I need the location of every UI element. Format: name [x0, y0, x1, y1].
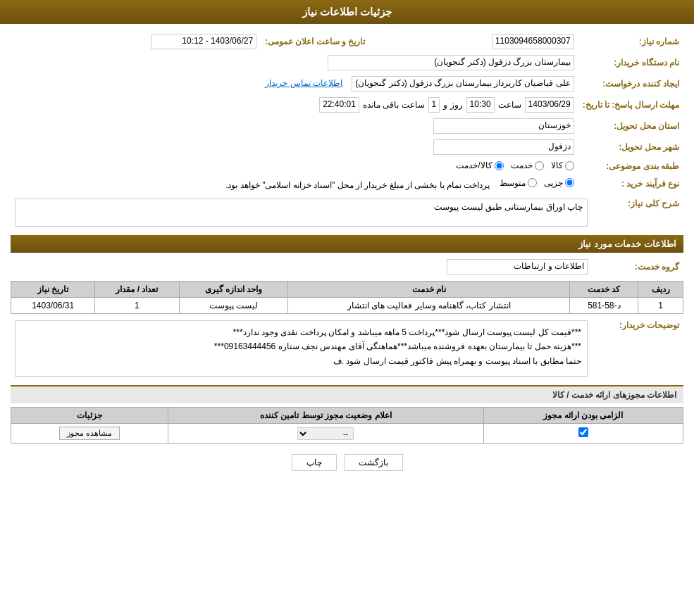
buyer-notes-content: ***قیمت کل لیست پیوست ارسال شود***پرداخت… [15, 320, 588, 377]
radio-kala[interactable] [565, 161, 574, 170]
radio-jozi[interactable] [565, 178, 574, 187]
buyer-notes-line3: حتما مطابق با اسناد پیوست و بهمراه پیش ف… [21, 354, 581, 368]
need-number-value: 1103094658000307 [492, 34, 574, 49]
send-date-label: مهلت ارسال پاسخ: تا تاریخ: [578, 94, 683, 115]
time-label-text: ساعت [498, 100, 521, 110]
cell-row-num: 1 [638, 298, 683, 314]
permits-table-row: -- مشاهده مجوز [11, 424, 683, 444]
page-title: جزئیات اطلاعات نیاز [302, 6, 392, 18]
col-quantity: تعداد / مقدار [95, 282, 179, 298]
permits-table: الزامی بودن ارائه مجوز اعلام وضعیت مجوز … [11, 407, 683, 444]
process-note: پرداخت تمام یا بخشی از مبلغ خریدار از مح… [225, 180, 490, 189]
buyer-label: نام دستگاه خریدار: [578, 52, 683, 73]
col-service-name: نام خدمت [288, 282, 570, 298]
process-radio-group: جزیی متوسط [500, 178, 574, 188]
permits-table-header-row: الزامی بودن ارائه مجوز اعلام وضعیت مجوز … [11, 408, 683, 424]
announce-value-cell: 1403/06/27 - 10:12 [11, 31, 261, 52]
description-table: شرح کلی نیاز: چاپ اوراق بیمارستانی طبق ل… [11, 196, 683, 230]
buyer-value: بیمارستان بزرگ دزفول (دکتر گنجویان) [328, 55, 574, 70]
print-button[interactable]: چاپ [292, 454, 337, 471]
radio-kala-khedmat-item: کالا/خدمت [456, 161, 503, 170]
description-value-cell: چاپ اوراق بیمارستانی طبق لیست پیوست [11, 196, 592, 230]
send-time-value: 10:30 [466, 97, 495, 113]
page-header: جزئیات اطلاعات نیاز [0, 0, 694, 24]
city-value: دزفول [433, 139, 574, 155]
services-table: ردیف کد خدمت نام خدمت واحد اندازه گیری ت… [11, 281, 683, 314]
service-group-label: گروه خدمت: [592, 256, 683, 277]
col-need-date: تاریخ نیاز [11, 282, 95, 298]
process-label: نوع فرآیند خرید : [578, 175, 683, 193]
province-value: خوزستان [433, 118, 574, 134]
cell-service-name: انتشار کتاب، گاهنامه وسایر فعالیت های ان… [288, 298, 570, 314]
service-group-table: گروه خدمت: اطلاعات و ارتباطات [11, 256, 683, 277]
radio-motawaset[interactable] [528, 178, 537, 187]
radio-motawaset-label: متوسط [500, 178, 526, 188]
city-label: شهر محل تحویل: [578, 137, 683, 158]
send-day-value: 1 [428, 97, 440, 113]
category-label: طبقه بندی موضوعی: [578, 158, 683, 175]
cell-status: -- [168, 424, 483, 444]
cell-required [483, 424, 683, 444]
status-select[interactable]: -- [297, 427, 354, 440]
remaining-label-text: ساعت باقی مانده [363, 100, 425, 110]
buyer-notes-label: توضیحات خریدار: [592, 318, 683, 379]
need-number-label: شماره نیاز: [578, 31, 683, 52]
announce-value: 1403/06/27 - 10:12 [151, 34, 256, 49]
send-date-row: 1403/06/29 ساعت 10:30 روز و 1 ساعت باقی … [11, 94, 578, 115]
radio-motawaset-item: متوسط [500, 178, 537, 188]
send-date-value: 1403/06/29 [525, 97, 574, 113]
buyer-notes-line1: ***قیمت کل لیست پیوست ارسال شود***پرداخت… [21, 325, 581, 339]
description-value: چاپ اوراق بیمارستانی طبق لیست پیوست [15, 199, 588, 227]
col-row-num: ردیف [638, 282, 683, 298]
buyer-value-cell: بیمارستان بزرگ دزفول (دکتر گنجویان) [11, 52, 578, 73]
radio-kala-label: کالا [551, 161, 563, 170]
page-wrapper: جزئیات اطلاعات نیاز شماره نیاز: 11030946… [0, 0, 694, 616]
category-radio-group: کالا خدمت کالا/خدمت [456, 161, 574, 170]
city-value-cell: دزفول [11, 137, 578, 158]
services-section-header: اطلاعات خدمات مورد نیاز [11, 235, 683, 253]
services-table-row: 1 د-58-581 انتشار کتاب، گاهنامه وسایر فع… [11, 298, 683, 314]
description-label: شرح کلی نیاز: [592, 196, 683, 230]
province-label: استان محل تحویل: [578, 115, 683, 137]
view-permit-button[interactable]: مشاهده مجوز [59, 427, 120, 440]
creator-value-cell: علی فیاضیان کاربرداز بیمارستان بزرگ دزفو… [11, 73, 578, 94]
day-label-text: روز و [443, 100, 462, 110]
radio-khedmat-item: خدمت [511, 161, 544, 170]
province-value-cell: خوزستان [11, 115, 578, 137]
buyer-notes-table: توضیحات خریدار: ***قیمت کل لیست پیوست ار… [11, 318, 683, 379]
radio-khedmat-label: خدمت [511, 161, 533, 170]
buyer-notes-line2: ***هزینه حمل تا بیمارستان بعهده فروشنده … [21, 339, 581, 353]
radio-kala-item: کالا [551, 161, 574, 170]
contact-link[interactable]: اطلاعات تماس خریدار [265, 78, 342, 88]
radio-kala-khedmat-label: کالا/خدمت [456, 161, 492, 170]
col-service-code: کد خدمت [570, 282, 638, 298]
page-content: شماره نیاز: 1103094658000307 تاریخ و ساع… [0, 24, 694, 489]
radio-jozi-label: جزیی [544, 178, 563, 188]
send-remaining-value: 22:40:01 [319, 97, 359, 113]
creator-label: ایجاد کننده درخواست: [578, 73, 683, 94]
cell-service-code: د-58-581 [570, 298, 638, 314]
permits-col-status: اعلام وضعیت مجوز توسط تامین کننده [168, 408, 483, 424]
announce-label: تاریخ و ساعت اعلان عمومی: [261, 31, 379, 52]
permits-col-details: جزئیات [11, 408, 168, 424]
cell-unit: لیست پیوست [179, 298, 288, 314]
permits-col-required: الزامی بودن ارائه مجوز [483, 408, 683, 424]
cell-quantity: 1 [95, 298, 179, 314]
radio-khedmat[interactable] [535, 161, 544, 170]
radio-kala-khedmat[interactable] [495, 161, 504, 170]
required-checkbox[interactable] [578, 427, 588, 437]
cell-details: مشاهده مجوز [11, 424, 168, 444]
services-table-header-row: ردیف کد خدمت نام خدمت واحد اندازه گیری ت… [11, 282, 683, 298]
process-value-cell: جزیی متوسط پرداخت تمام یا بخشی از مبلغ خ… [11, 175, 578, 193]
category-value-cell: کالا خدمت کالا/خدمت [11, 158, 578, 175]
permits-section-header: اطلاعات مجوزهای ارائه خدمت / کالا [11, 385, 683, 403]
service-group-value: اطلاعات و ارتباطات [447, 259, 588, 275]
info-table-top: شماره نیاز: 1103094658000307 تاریخ و ساع… [11, 31, 683, 192]
service-group-value-cell: اطلاعات و ارتباطات [11, 256, 592, 277]
back-button[interactable]: بازگشت [344, 454, 403, 471]
need-number-value-cell: 1103094658000307 [379, 31, 578, 52]
creator-value: علی فیاضیان کاربرداز بیمارستان بزرگ دزفو… [352, 76, 574, 92]
cell-need-date: 1403/06/31 [11, 298, 95, 314]
main-container: شماره نیاز: 1103094658000307 تاریخ و ساع… [11, 31, 683, 471]
col-unit: واحد اندازه گیری [179, 282, 288, 298]
